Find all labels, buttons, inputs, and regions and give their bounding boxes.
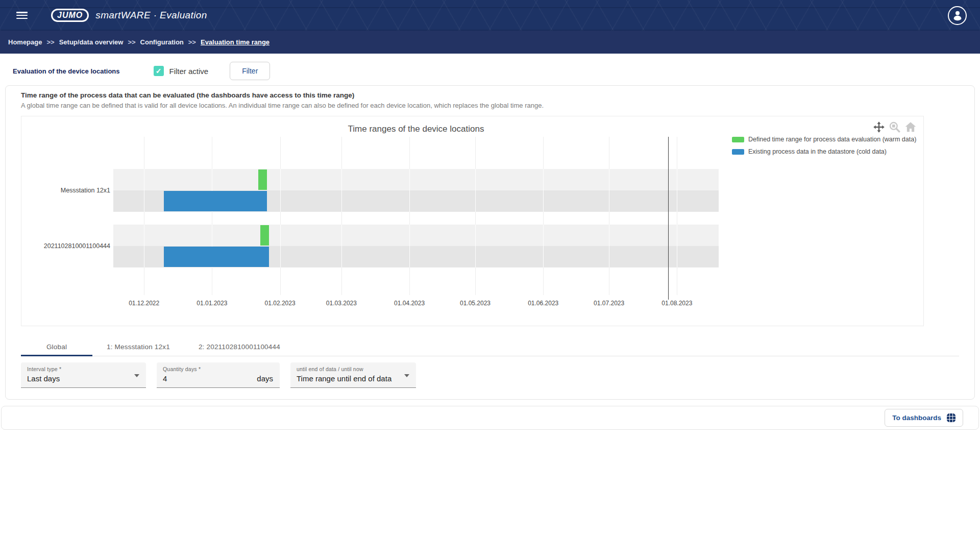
legend-item[interactable]: Defined time range for process data eval… [732,136,916,143]
to-dashboards-label: To dashboards [892,414,941,422]
person-icon [951,9,964,22]
zoom-box-icon[interactable] [888,120,901,134]
gridline [677,137,677,295]
jumo-logo: JUMO [51,9,89,22]
breadcrumb: Homepage>>Setup/data overview>>Configura… [0,31,980,54]
row-track-cold [113,246,719,267]
gridline [409,137,410,295]
plot-area: 01.12.202201.01.202301.02.202301.03.2023… [113,137,719,295]
field-value: Last days [27,374,140,383]
app-header: JUMO smartWARE · Evaluation [0,0,980,31]
time-range-form: Interval type *Last daysQuantity days *d… [21,362,959,388]
pan-icon[interactable] [872,120,886,134]
y-axis-row-label: 2021102810001100444 [22,242,110,250]
legend-swatch [732,149,744,155]
breadcrumb-separator: >> [128,38,135,46]
intro-subtitle: A global time range can be defined that … [21,102,959,109]
user-avatar-button[interactable] [948,6,967,25]
home-icon[interactable] [904,120,917,134]
cold-data-bar [164,191,267,211]
chart-title: Time ranges of the device locations [113,124,719,134]
footer-bar: To dashboards [1,406,979,430]
gridline [475,137,476,295]
filter-button[interactable]: Filter [230,62,270,80]
field-suffix: days [257,374,273,383]
legend-label: Defined time range for process data eval… [748,136,916,143]
warm-data-bar [258,169,267,190]
row-track-cold [113,190,719,212]
breadcrumb-item[interactable]: Homepage [8,38,42,46]
tab-global[interactable]: Global [21,337,92,356]
select-field-interval-type[interactable]: Interval type *Last days [21,362,146,388]
field-label: until end of data / until now [297,366,410,372]
x-axis-tick-label: 01.08.2023 [662,300,692,307]
chart-modebar [872,120,917,134]
x-axis-tick-label: 01.06.2023 [528,300,558,307]
filter-active-checkbox-group[interactable]: Filter active [154,66,209,76]
filter-active-label: Filter active [169,67,209,76]
timeline-chart: Time ranges of the device locations Defi… [21,116,924,326]
field-label: Quantity days * [163,366,274,372]
x-axis-tick-label: 01.03.2023 [326,300,357,307]
x-axis-tick-label: 01.07.2023 [594,300,624,307]
warm-data-bar [260,225,269,246]
breadcrumb-item[interactable]: Configuration [140,38,184,46]
device-tabs: Global1: Messstation 12x12: 202110281000… [21,337,959,356]
main-card: Time range of the process data that can … [5,85,975,400]
legend-item[interactable]: Existing process data in the datastore (… [732,148,916,155]
breadcrumb-item[interactable]: Evaluation time range [201,38,270,46]
x-axis-tick-label: 01.04.2023 [394,300,425,307]
hamburger-menu-icon[interactable] [16,12,28,19]
page-title: Evaluation of the device locations [13,67,120,75]
current-time-line [668,137,669,300]
gridline [280,137,281,295]
select-field-until-end-of-data-until-now[interactable]: until end of data / until nowTime range … [290,362,416,388]
gridline [543,137,544,295]
x-axis-tick-label: 01.02.2023 [265,300,296,307]
input-field-quantity-days[interactable]: Quantity days *days [157,362,280,388]
x-axis-tick-label: 01.01.2023 [197,300,227,307]
tab-2-2021102810001100444[interactable]: 2: 2021102810001100444 [184,337,295,356]
field-value: Time range until end of data [297,374,410,383]
x-axis-tick-label: 01.05.2023 [460,300,491,307]
filter-active-checkbox[interactable] [154,66,164,76]
app-title: smartWARE · Evaluation [95,10,207,21]
to-dashboards-button[interactable]: To dashboards [885,409,963,427]
tab-1-messstation-12x1[interactable]: 1: Messstation 12x1 [92,337,184,356]
y-axis-row-label: Messstation 12x1 [22,187,110,194]
cold-data-bar [164,247,269,267]
filter-row: Evaluation of the device locations Filte… [13,61,980,81]
row-track-warm [113,225,719,246]
dropdown-caret-icon [134,374,139,377]
legend-swatch [732,137,744,142]
chart-legend: Defined time range for process data eval… [732,136,916,160]
quantity-days-input[interactable] [163,374,240,383]
gridline [341,137,342,295]
legend-label: Existing process data in the datastore (… [748,148,887,155]
gridline [144,137,144,295]
gridline [609,137,609,295]
dashboards-grid-icon [947,413,955,422]
intro-title: Time range of the process data that can … [21,91,959,99]
row-track-warm [113,169,719,190]
x-axis-tick-label: 01.12.2022 [129,300,159,307]
field-label: Interval type * [27,366,140,372]
gridline [212,137,212,295]
breadcrumb-item[interactable]: Setup/data overview [59,38,124,46]
dropdown-caret-icon [404,374,409,377]
breadcrumb-separator: >> [188,38,196,46]
breadcrumb-separator: >> [46,38,54,46]
